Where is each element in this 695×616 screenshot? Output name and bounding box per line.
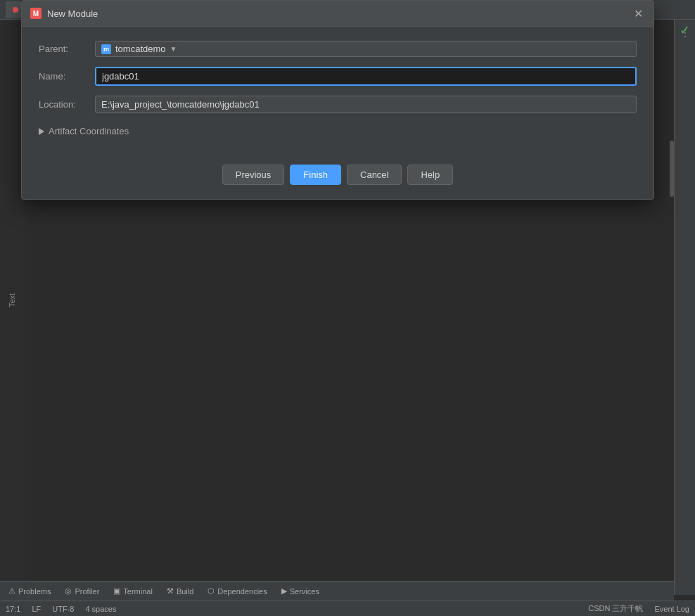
location-row: Location: <box>39 96 637 113</box>
artifact-coordinates-label: Artifact Coordinates <box>49 126 129 136</box>
toolbar-services[interactable]: ▶ Services <box>279 585 322 597</box>
name-control <box>95 67 637 86</box>
name-label: Name: <box>39 71 95 82</box>
status-position: 17:1 <box>6 605 20 613</box>
expand-icon <box>39 128 44 135</box>
dialog-title-text: New Module <box>47 8 98 19</box>
close-button[interactable]: ✕ <box>631 6 645 20</box>
parent-control: m tomcatdemo ▼ <box>95 41 637 57</box>
parent-value: tomcatdemo <box>115 44 166 54</box>
warning-icon: ⚠ <box>8 586 15 596</box>
parent-row: Parent: m tomcatdemo ▼ <box>39 41 637 57</box>
previous-button[interactable]: Previous <box>222 165 285 185</box>
bottom-toolbar: ⚠ Problems ◎ Profiler ▣ Terminal ⚒ Build… <box>0 581 674 601</box>
status-csdn: CSDN 三升千帆 <box>588 603 643 614</box>
parent-select[interactable]: m tomcatdemo ▼ <box>95 41 637 57</box>
toolbar-profiler-label: Profiler <box>75 587 99 596</box>
finish-button[interactable]: Finish <box>290 165 341 185</box>
dialog-content: Parent: m tomcatdemo ▼ Name: Location: <box>22 27 653 153</box>
dialog-app-icon: M <box>30 8 42 19</box>
dependencies-icon: ⬡ <box>208 586 215 596</box>
dialog-footer: Previous Finish Cancel Help <box>22 153 653 199</box>
profiler-icon: ◎ <box>65 586 72 596</box>
check-icon: ✓ <box>680 23 690 38</box>
toolbar-profiler[interactable]: ◎ Profiler <box>62 585 102 597</box>
parent-label: Parent: <box>39 44 95 54</box>
cancel-button[interactable]: Cancel <box>347 165 402 185</box>
toolbar-problems[interactable]: ⚠ Problems <box>6 585 53 597</box>
dialog-title-left: M New Module <box>30 8 98 19</box>
left-panel-label: Text <box>8 293 17 307</box>
services-icon: ▶ <box>281 586 287 596</box>
status-lf: LF <box>32 605 41 613</box>
toolbar-build-label: Build <box>177 587 193 596</box>
build-icon: ⚒ <box>167 586 174 596</box>
new-module-dialog: M New Module ✕ Parent: m tomcatdemo ▼ Na… <box>21 0 654 200</box>
tab-dot-1 <box>13 7 18 13</box>
location-input[interactable] <box>95 96 637 113</box>
module-icon: m <box>101 44 111 54</box>
help-button[interactable]: Help <box>407 165 453 185</box>
location-label: Location: <box>39 99 95 110</box>
status-charset: UTF-8 <box>52 605 74 613</box>
toolbar-dependencies-label: Dependencies <box>217 587 267 596</box>
toolbar-services-label: Services <box>290 587 319 596</box>
toolbar-problems-label: Problems <box>18 587 51 596</box>
name-row: Name: <box>39 67 637 86</box>
status-event-log[interactable]: Event Log <box>654 605 689 613</box>
artifact-section: Artifact Coordinates <box>39 123 637 139</box>
chevron-down-icon: ▼ <box>170 45 177 53</box>
scroll-indicator[interactable] <box>670 141 674 197</box>
side-panel: ⋮ <box>674 20 695 595</box>
toolbar-terminal-label: Terminal <box>123 587 153 596</box>
name-input[interactable] <box>95 67 637 86</box>
location-control <box>95 96 637 113</box>
dialog-titlebar: M New Module ✕ <box>22 1 653 27</box>
terminal-icon: ▣ <box>113 586 120 596</box>
toolbar-dependencies[interactable]: ⬡ Dependencies <box>205 585 269 597</box>
toolbar-terminal[interactable]: ▣ Terminal <box>110 585 155 597</box>
artifact-coordinates-toggle[interactable]: Artifact Coordinates <box>39 123 637 139</box>
status-indent: 4 spaces <box>85 605 116 613</box>
toolbar-build[interactable]: ⚒ Build <box>164 585 196 597</box>
check-mark: ✓ <box>674 20 695 41</box>
dialog-icon-label: M <box>33 10 39 18</box>
status-bar: 17:1 LF UTF-8 4 spaces CSDN 三升千帆 Event L… <box>0 601 695 616</box>
